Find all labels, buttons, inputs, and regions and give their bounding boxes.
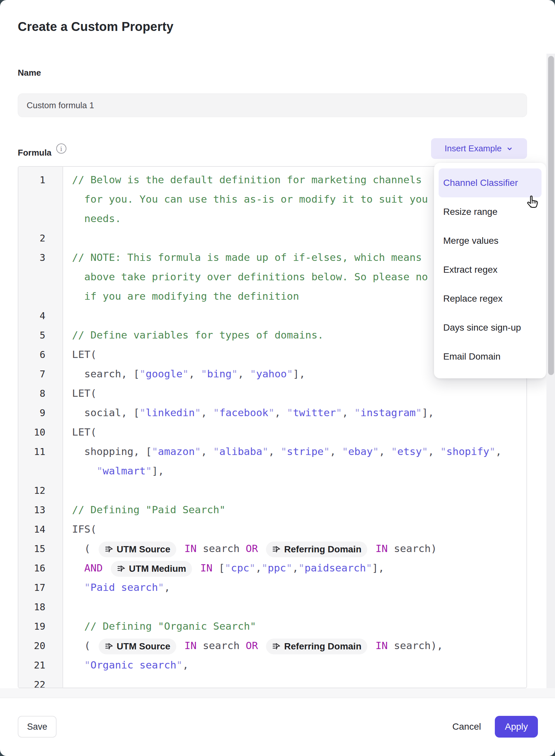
menu-item-email-domain[interactable]: Email Domain: [434, 342, 546, 371]
menu-item-resize-range[interactable]: Resize range: [434, 197, 546, 226]
line-number: 18: [18, 601, 64, 612]
menu-item-extract-regex[interactable]: Extract regex: [434, 255, 546, 284]
editor-row: 22: [18, 675, 526, 688]
editor-row: 21 "Organic search",: [18, 655, 526, 675]
property-chip-label: Referring Domain: [284, 637, 361, 656]
editor-row: 10LET(: [18, 423, 526, 442]
property-chip-label: UTM Source: [117, 637, 170, 656]
code-line: "Organic search",: [64, 655, 526, 675]
code-line: shopping, ["amazon", "alibaba", "stripe"…: [64, 442, 526, 461]
code-line: LET(: [64, 423, 526, 442]
line-number: 8: [18, 388, 64, 399]
line-number: 17: [18, 582, 64, 593]
property-chip-label: UTM Source: [117, 540, 170, 559]
line-number: 1: [18, 174, 64, 186]
formula-label-row: Formula i: [18, 146, 67, 159]
name-label: Name: [18, 68, 41, 78]
property-chip-referring-domain[interactable]: Referring Domain: [266, 639, 367, 654]
apply-button[interactable]: Apply: [495, 716, 538, 738]
line-number: 10: [18, 427, 64, 438]
line-number: 15: [18, 543, 64, 554]
editor-row: 11 shopping, ["amazon", "alibaba", "stri…: [18, 442, 526, 461]
chevron-down-icon: [506, 145, 514, 153]
app-backdrop: Create a Custom Property Name Formula i …: [0, 0, 555, 756]
editor-row: "walmart"],: [18, 461, 526, 481]
editor-row: 9 social, ["linkedin", "facebook", "twit…: [18, 403, 526, 423]
editor-row: 13// Defining "Paid Search": [18, 500, 526, 519]
code-line: ( UTM Source IN search OR Referring Doma…: [64, 636, 526, 655]
line-number: 2: [18, 233, 64, 244]
property-token-icon: [104, 642, 114, 651]
line-number: 16: [18, 563, 64, 574]
formula-label: Formula: [18, 146, 52, 159]
code-line: LET(: [64, 384, 526, 403]
line-number: 21: [18, 660, 64, 671]
code-line: "walmart"],: [64, 461, 526, 481]
insert-example-label: Insert Example: [444, 144, 501, 154]
editor-row: 14IFS(: [18, 519, 526, 539]
insert-example-button[interactable]: Insert Example: [431, 138, 527, 159]
line-number: 12: [18, 485, 64, 496]
property-token-icon: [272, 545, 281, 554]
property-token-icon: [117, 564, 126, 573]
line-number: 4: [18, 310, 64, 321]
property-token-icon: [104, 545, 114, 554]
scrollbar-thumb[interactable]: [548, 56, 554, 375]
property-chip-label: UTM Medium: [129, 559, 186, 579]
line-number: 22: [18, 679, 64, 688]
insert-example-menu: Channel ClassifierResize rangeMerge valu…: [434, 163, 546, 378]
info-icon[interactable]: i: [56, 144, 67, 154]
editor-row: 18: [18, 597, 526, 616]
menu-item-channel-classifier[interactable]: Channel Classifier: [439, 168, 542, 197]
line-number: 7: [18, 368, 64, 380]
footer-divider-strip: [0, 688, 555, 698]
code-line: // Defining "Paid Search": [64, 500, 526, 519]
editor-row: 12: [18, 481, 526, 500]
code-line: // Defining "Organic Search": [64, 616, 526, 636]
property-chip-label: Referring Domain: [284, 540, 361, 559]
line-number: 11: [18, 446, 64, 457]
line-number: 20: [18, 640, 64, 651]
line-number: 19: [18, 621, 64, 632]
menu-item-days-since-sign-up[interactable]: Days since sign-up: [434, 313, 546, 342]
code-line: AND UTM Medium IN ["cpc","ppc","paidsear…: [64, 558, 526, 578]
code-line: ( UTM Source IN search OR Referring Doma…: [64, 539, 526, 558]
editor-row: 16 AND UTM Medium IN ["cpc","ppc","paids…: [18, 558, 526, 578]
editor-row: 20 ( UTM Source IN search OR Referring D…: [18, 636, 526, 655]
editor-row: 17 "Paid search",: [18, 578, 526, 597]
name-input[interactable]: [18, 93, 527, 117]
line-number: 3: [18, 252, 64, 263]
menu-item-merge-values[interactable]: Merge values: [434, 226, 546, 255]
editor-row: 19 // Defining "Organic Search": [18, 616, 526, 636]
code-line: IFS(: [64, 519, 526, 539]
editor-row: 15 ( UTM Source IN search OR Referring D…: [18, 539, 526, 558]
line-number: 6: [18, 349, 64, 360]
page-title: Create a Custom Property: [18, 20, 174, 34]
line-number: 13: [18, 504, 64, 516]
property-chip-referring-domain[interactable]: Referring Domain: [266, 542, 367, 557]
menu-item-replace-regex[interactable]: Replace regex: [434, 284, 546, 313]
save-button[interactable]: Save: [18, 716, 56, 738]
code-line: "Paid search",: [64, 578, 526, 597]
property-chip-utm-medium[interactable]: UTM Medium: [111, 561, 192, 577]
code-line: social, ["linkedin", "facebook", "twitte…: [64, 403, 526, 423]
create-custom-property-modal: Create a Custom Property Name Formula i …: [0, 0, 555, 756]
cancel-button[interactable]: Cancel: [453, 716, 481, 738]
property-chip-utm-source[interactable]: UTM Source: [99, 542, 176, 557]
line-number: 5: [18, 330, 64, 341]
property-token-icon: [272, 642, 281, 651]
line-number: 14: [18, 524, 64, 535]
editor-row: 8LET(: [18, 384, 526, 403]
line-number: 9: [18, 407, 64, 419]
property-chip-utm-source[interactable]: UTM Source: [99, 639, 176, 654]
